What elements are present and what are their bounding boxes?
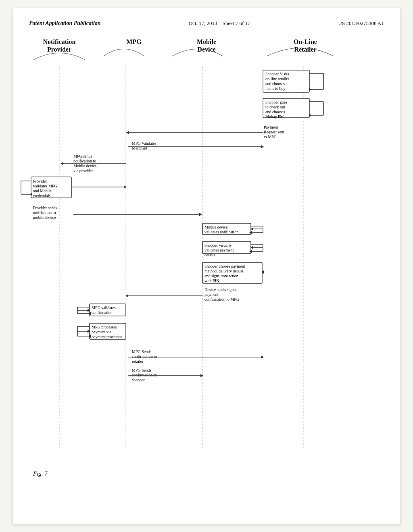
svg-text:confirmation to: confirmation to <box>132 354 157 359</box>
svg-text:retailer: retailer <box>132 359 144 364</box>
svg-text:MPG validates: MPG validates <box>92 305 116 310</box>
svg-marker-47 <box>124 185 127 189</box>
svg-text:validates notification: validates notification <box>204 230 238 234</box>
svg-text:Mobay PM: Mobay PM <box>265 114 284 119</box>
svg-text:MPG Sends: MPG Sends <box>132 368 151 372</box>
svg-marker-26 <box>126 131 129 134</box>
svg-marker-52 <box>199 213 202 216</box>
svg-text:validates MPG: validates MPG <box>33 184 57 188</box>
svg-text:and chooses: and chooses <box>265 110 285 114</box>
figure-label: Fig. 7 <box>33 470 48 477</box>
svg-text:Payment: Payment <box>264 125 278 129</box>
svg-text:and signs transaction: and signs transaction <box>204 274 238 278</box>
svg-text:items to buy: items to buy <box>265 86 285 91</box>
patent-number: US 2013/0275308 A1 <box>338 20 384 27</box>
svg-text:validates payment: validates payment <box>204 248 234 252</box>
svg-text:MPG processes: MPG processes <box>92 325 117 329</box>
svg-text:Shopper choose payment: Shopper choose payment <box>204 264 245 268</box>
svg-text:mobile device: mobile device <box>33 215 56 220</box>
page-header: Patent Application Publication Oct. 17, … <box>29 20 384 30</box>
svg-text:MPG sends: MPG sends <box>73 154 92 158</box>
svg-text:and Mobile: and Mobile <box>33 189 52 193</box>
svg-text:to check out: to check out <box>265 105 285 109</box>
svg-text:payment: payment <box>204 292 219 297</box>
svg-text:Request sent: Request sent <box>264 130 284 134</box>
publication-title: Patent Application Publication <box>29 20 101 27</box>
svg-text:on-line retailer: on-line retailer <box>265 77 290 81</box>
svg-text:confirmation to: confirmation to <box>132 373 157 377</box>
svg-marker-83 <box>125 294 128 297</box>
page: Patent Application Publication Oct. 17, … <box>13 8 400 524</box>
svg-text:to MPG: to MPG <box>264 135 277 139</box>
svg-text:method, delivery details: method, delivery details <box>204 269 243 273</box>
svg-marker-107 <box>261 355 264 359</box>
flow-diagram: NotificationProvider MPG MobileDevice On… <box>29 38 384 481</box>
svg-text:Provider: Provider <box>33 179 47 183</box>
svg-text:details: details <box>204 253 215 257</box>
svg-marker-30 <box>261 145 264 148</box>
svg-text:Mobile device: Mobile device <box>73 164 97 168</box>
svg-text:Device sends signed: Device sends signed <box>204 287 238 292</box>
svg-text:with PIN: with PIN <box>204 278 219 283</box>
diagram-svg: Shopper Visits on-line retailer and choo… <box>29 66 384 473</box>
svg-text:notification to: notification to <box>73 159 96 163</box>
svg-text:Mobile device: Mobile device <box>204 225 228 229</box>
svg-text:confirmation: confirmation <box>92 310 113 315</box>
svg-text:notification to: notification to <box>33 210 56 215</box>
svg-text:via provider.: via provider. <box>73 168 94 173</box>
svg-text:payment via: payment via <box>92 330 112 334</box>
svg-text:MPG Validates: MPG Validates <box>132 141 156 145</box>
svg-text:and chooses: and chooses <box>265 81 285 86</box>
svg-text:MPG Sends: MPG Sends <box>132 349 151 354</box>
lane-curves-svg <box>29 38 384 70</box>
svg-text:shopper: shopper <box>132 378 145 382</box>
svg-marker-112 <box>200 374 203 377</box>
svg-text:Shopper visually: Shopper visually <box>204 243 232 247</box>
svg-text:credentials: credentials <box>33 193 50 198</box>
svg-text:Provider sends: Provider sends <box>33 206 57 210</box>
svg-marker-21 <box>309 114 311 117</box>
svg-text:confirmation to MPG: confirmation to MPG <box>204 297 239 301</box>
svg-marker-12 <box>309 88 311 91</box>
svg-text:Shopper goes: Shopper goes <box>265 100 287 104</box>
svg-text:Shopper Visits: Shopper Visits <box>265 72 289 76</box>
svg-marker-36 <box>60 162 63 165</box>
publication-date-sheet: Oct. 17, 2013 Sheet 7 of 17 <box>189 20 250 27</box>
svg-text:payment processor: payment processor <box>92 335 122 339</box>
